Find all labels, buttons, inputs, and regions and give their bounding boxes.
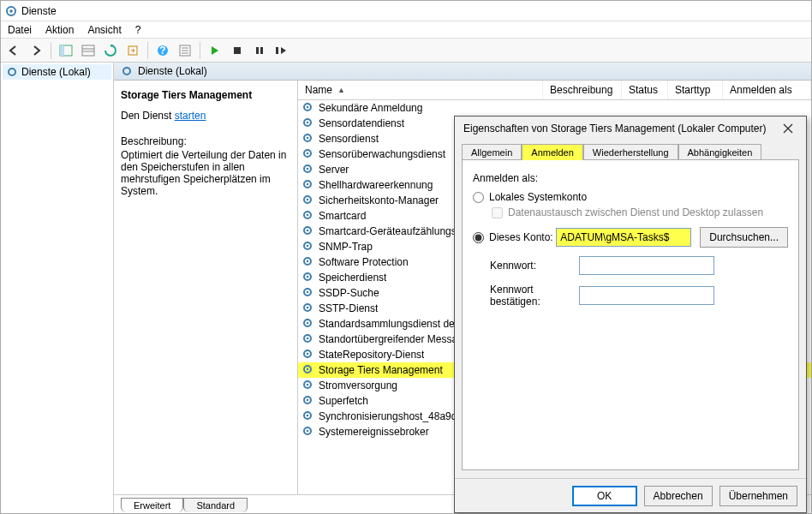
service-name: Server <box>319 164 349 176</box>
services-app-icon <box>4 4 18 18</box>
svg-rect-3 <box>60 45 64 56</box>
restart-button[interactable] <box>272 41 291 60</box>
password-confirm-label: Kennwort bestätigen: <box>490 284 579 308</box>
service-name: Speicherdienst <box>319 272 386 284</box>
svg-point-19 <box>123 68 130 75</box>
description-text: Optimiert die Verteilung der Daten in de… <box>121 149 290 197</box>
service-name: StateRepository-Dienst <box>319 349 424 361</box>
service-name: Sensorüberwachungsdienst <box>319 148 445 160</box>
tab-logon[interactable]: Anmelden <box>522 144 583 160</box>
gear-icon <box>302 194 315 207</box>
dialog-buttons: OK Abbrechen Übernehmen <box>455 478 806 512</box>
password-input[interactable] <box>579 256 714 275</box>
radio-local-system[interactable] <box>473 192 484 203</box>
svg-point-43 <box>307 276 309 278</box>
properties-button[interactable] <box>176 41 194 60</box>
svg-point-53 <box>307 353 309 356</box>
col-name[interactable]: Name▲ <box>298 81 543 99</box>
service-name: Sensordienst <box>319 133 379 145</box>
browse-button[interactable]: Durchsuchen... <box>700 227 788 248</box>
svg-point-61 <box>307 415 309 417</box>
play-button[interactable] <box>206 41 224 60</box>
show-hide-tree-button[interactable] <box>57 41 75 60</box>
svg-point-21 <box>307 106 309 109</box>
checkbox-allow-desktop <box>492 207 503 218</box>
ok-button[interactable]: OK <box>572 486 637 506</box>
svg-point-37 <box>307 230 309 232</box>
account-input[interactable] <box>556 228 691 247</box>
gear-icon <box>6 66 18 78</box>
tab-deps[interactable]: Abhängigkeiten <box>678 144 762 160</box>
service-name: Sensordatendienst <box>319 117 404 129</box>
svg-point-57 <box>307 384 309 386</box>
close-icon <box>783 123 793 134</box>
description-label: Beschreibung: <box>121 135 290 147</box>
gear-icon <box>302 163 315 176</box>
svg-rect-16 <box>260 47 263 54</box>
menu-help[interactable]: ? <box>135 24 141 36</box>
svg-text:?: ? <box>159 45 165 57</box>
start-service-link[interactable]: starten <box>175 110 206 122</box>
svg-point-18 <box>9 69 15 75</box>
service-row[interactable]: Sekundäre Anmeldung <box>298 100 811 116</box>
help-button[interactable]: ? <box>153 41 172 60</box>
password-confirm-input[interactable] <box>579 286 714 305</box>
gear-icon <box>302 302 315 315</box>
service-name: Synchronisierungshost_48a9d <box>319 410 457 422</box>
pane-header-title: Dienste (Lokal) <box>138 65 207 77</box>
gear-icon <box>302 425 315 439</box>
svg-point-51 <box>307 338 309 340</box>
gear-icon <box>302 363 315 377</box>
pause-button[interactable] <box>250 41 269 60</box>
svg-point-27 <box>307 152 309 155</box>
svg-point-31 <box>307 183 309 186</box>
local-system-label: Lokales Systemkonto <box>489 191 587 203</box>
stop-button[interactable] <box>228 41 247 60</box>
logon-as-label: Anmelden als: <box>473 172 538 184</box>
this-account-label: Dieses Konto: <box>489 231 556 243</box>
radio-this-account[interactable] <box>473 232 484 243</box>
apply-button[interactable]: Übernehmen <box>719 486 797 506</box>
password-label: Kennwort: <box>490 260 579 272</box>
service-name: Systemereignissebroker <box>319 426 429 438</box>
gear-icon <box>302 271 315 284</box>
col-status[interactable]: Status <box>622 81 668 99</box>
menu-view[interactable]: Ansicht <box>87 24 121 36</box>
tab-recovery[interactable]: Wiederherstellung <box>583 144 678 160</box>
svg-point-23 <box>307 122 309 124</box>
export-button[interactable] <box>123 41 142 60</box>
col-starttype[interactable]: Starttyp <box>668 81 723 99</box>
col-logon[interactable]: Anmelden als <box>723 81 811 99</box>
properties-pane-button[interactable] <box>79 41 98 60</box>
dialog-title: Eigenschaften von Storage Tiers Manageme… <box>463 123 767 134</box>
menu-file[interactable]: Datei <box>8 24 32 36</box>
gear-icon <box>302 286 315 300</box>
close-button[interactable] <box>775 120 801 137</box>
svg-rect-17 <box>276 47 278 54</box>
menu-action[interactable]: Aktion <box>45 24 74 36</box>
refresh-button[interactable] <box>101 41 120 60</box>
selected-service-name: Storage Tiers Management <box>121 89 290 101</box>
svg-rect-14 <box>234 47 241 54</box>
service-name: SSDP-Suche <box>319 287 379 299</box>
service-name: Software Protection <box>319 256 409 268</box>
dialog-tabs: Allgemein Anmelden Wiederherstellung Abh… <box>455 140 806 160</box>
tab-standard[interactable]: Standard <box>183 498 248 512</box>
service-name: Smartcard <box>319 210 366 222</box>
svg-point-63 <box>307 430 309 433</box>
svg-point-33 <box>307 199 309 201</box>
tab-extended[interactable]: Erweitert <box>121 498 183 512</box>
forward-button[interactable] <box>27 41 45 60</box>
svg-point-55 <box>307 368 309 371</box>
toolbar: ? <box>1 39 811 63</box>
tab-general[interactable]: Allgemein <box>462 144 522 160</box>
gear-icon <box>302 224 315 238</box>
allow-desktop-label: Datenaustausch zwischen Dienst und Deskt… <box>508 206 763 218</box>
tree-pane: Dienste (Lokal) <box>1 63 114 513</box>
col-desc[interactable]: Beschreibung <box>543 81 622 99</box>
back-button[interactable] <box>4 41 23 60</box>
dialog-titlebar: Eigenschaften von Storage Tiers Manageme… <box>455 117 806 140</box>
tree-root-node[interactable]: Dienste (Lokal) <box>3 64 111 80</box>
gear-icon <box>302 317 315 331</box>
cancel-button[interactable]: Abbrechen <box>644 486 713 506</box>
